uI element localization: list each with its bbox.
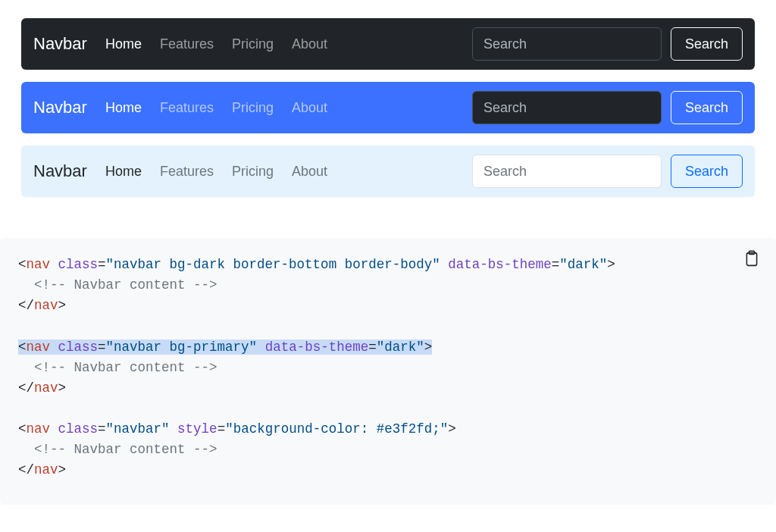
clipboard-icon[interactable] (744, 250, 759, 268)
navbar-brand[interactable]: Navbar (33, 98, 87, 117)
navbar-light: Navbar Home Features Pricing About Searc… (21, 146, 755, 197)
nav-link-about[interactable]: About (292, 164, 327, 180)
nav-link-home[interactable]: Home (105, 36, 142, 52)
search-button[interactable]: Search (671, 155, 743, 188)
code-block: <nav class="navbar bg-dark border-bottom… (18, 255, 758, 480)
navbar-brand[interactable]: Navbar (33, 34, 87, 54)
search-form: Search (472, 91, 743, 124)
search-input[interactable] (472, 91, 662, 124)
search-form: Search (472, 155, 743, 188)
search-form: Search (472, 27, 743, 61)
search-input[interactable] (472, 27, 662, 61)
navbar-primary: Navbar Home Features Pricing About Searc… (21, 82, 755, 133)
code-panel: <nav class="navbar bg-dark border-bottom… (0, 238, 776, 505)
nav-link-home[interactable]: Home (105, 164, 142, 180)
navbar-dark: Navbar Home Features Pricing About Searc… (21, 18, 755, 70)
search-button[interactable]: Search (671, 27, 743, 61)
nav-link-features[interactable]: Features (160, 36, 214, 52)
nav-link-features[interactable]: Features (160, 100, 214, 116)
search-input[interactable] (472, 155, 662, 188)
nav-links: Home Features Pricing About (105, 164, 472, 180)
nav-link-pricing[interactable]: Pricing (232, 36, 274, 52)
nav-link-features[interactable]: Features (160, 164, 214, 180)
nav-link-about[interactable]: About (292, 100, 327, 116)
nav-link-home[interactable]: Home (105, 100, 142, 116)
navbar-brand[interactable]: Navbar (33, 161, 87, 181)
nav-link-pricing[interactable]: Pricing (232, 164, 274, 180)
navbar-examples-panel: Navbar Home Features Pricing About Searc… (0, 0, 776, 215)
nav-links: Home Features Pricing About (105, 36, 472, 52)
nav-link-pricing[interactable]: Pricing (232, 100, 274, 116)
nav-link-about[interactable]: About (292, 36, 327, 52)
search-button[interactable]: Search (671, 91, 743, 124)
nav-links: Home Features Pricing About (105, 100, 472, 116)
